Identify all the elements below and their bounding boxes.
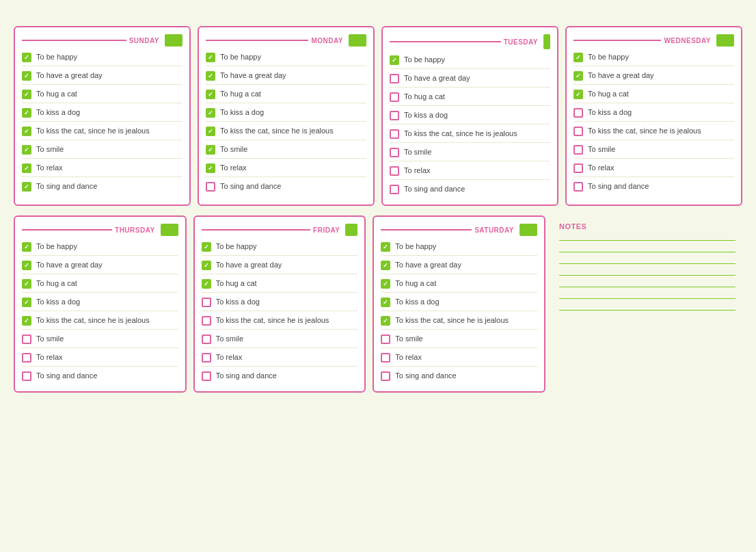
task-item[interactable]: To smile xyxy=(390,147,550,161)
task-item[interactable]: To hug a cat xyxy=(202,278,358,293)
task-item[interactable]: To kiss a dog xyxy=(381,297,537,311)
task-checkbox[interactable] xyxy=(206,145,215,155)
task-item[interactable]: To sing and dance xyxy=(206,181,366,195)
task-item[interactable]: To sing and dance xyxy=(573,181,734,195)
task-item[interactable]: To kiss a dog xyxy=(206,107,366,122)
task-checkbox[interactable] xyxy=(573,53,583,62)
task-checkbox[interactable] xyxy=(22,279,31,289)
task-checkbox[interactable] xyxy=(390,111,399,120)
task-checkbox[interactable] xyxy=(390,166,399,176)
task-item[interactable]: To be happy xyxy=(202,241,358,256)
task-item[interactable]: To have a great day xyxy=(22,70,183,85)
task-checkbox[interactable] xyxy=(381,298,390,307)
task-checkbox[interactable] xyxy=(573,127,583,136)
task-item[interactable]: To relax xyxy=(206,163,366,177)
task-checkbox[interactable] xyxy=(22,182,31,192)
task-item[interactable]: To have a great day xyxy=(206,70,366,85)
task-checkbox[interactable] xyxy=(202,334,211,344)
task-checkbox[interactable] xyxy=(202,353,211,363)
task-checkbox[interactable] xyxy=(206,163,215,173)
task-item[interactable]: To kiss the cat, since he is jealous xyxy=(202,315,358,330)
task-checkbox[interactable] xyxy=(573,90,583,99)
task-item[interactable]: To kiss a dog xyxy=(202,297,358,311)
task-checkbox[interactable] xyxy=(22,145,31,155)
task-checkbox[interactable] xyxy=(202,242,211,252)
task-item[interactable]: To smile xyxy=(22,144,183,159)
task-item[interactable]: To relax xyxy=(202,352,358,367)
task-item[interactable]: To smile xyxy=(381,334,537,348)
task-item[interactable]: To smile xyxy=(573,144,734,159)
task-checkbox[interactable] xyxy=(573,108,583,118)
task-checkbox[interactable] xyxy=(381,334,390,344)
task-item[interactable]: To hug a cat xyxy=(573,89,734,103)
task-checkbox[interactable] xyxy=(22,53,31,62)
task-checkbox[interactable] xyxy=(381,316,390,326)
task-checkbox[interactable] xyxy=(381,279,390,289)
task-item[interactable]: To sing and dance xyxy=(390,184,550,198)
task-item[interactable]: To kiss a dog xyxy=(22,297,178,311)
task-checkbox[interactable] xyxy=(22,334,31,344)
task-item[interactable]: To kiss the cat, since he is jealous xyxy=(206,126,366,140)
task-checkbox[interactable] xyxy=(390,74,399,83)
task-item[interactable]: To relax xyxy=(381,352,537,367)
task-checkbox[interactable] xyxy=(22,316,31,326)
task-item[interactable]: To relax xyxy=(573,163,734,177)
task-item[interactable]: To hug a cat xyxy=(390,92,550,106)
task-item[interactable]: To be happy xyxy=(381,241,537,256)
task-checkbox[interactable] xyxy=(22,71,31,81)
task-item[interactable]: To sing and dance xyxy=(22,371,178,384)
task-item[interactable]: To hug a cat xyxy=(22,89,183,103)
task-checkbox[interactable] xyxy=(206,53,215,62)
task-checkbox[interactable] xyxy=(22,353,31,363)
task-checkbox[interactable] xyxy=(202,371,211,381)
task-item[interactable]: To kiss a dog xyxy=(22,107,183,122)
task-item[interactable]: To be happy xyxy=(22,241,178,256)
task-checkbox[interactable] xyxy=(381,371,390,381)
task-checkbox[interactable] xyxy=(573,145,583,155)
task-checkbox[interactable] xyxy=(573,163,583,173)
task-item[interactable]: To hug a cat xyxy=(206,89,366,103)
task-item[interactable]: To hug a cat xyxy=(22,278,178,293)
task-checkbox[interactable] xyxy=(381,242,390,252)
task-item[interactable]: To kiss a dog xyxy=(573,107,734,122)
task-checkbox[interactable] xyxy=(390,55,399,65)
task-item[interactable]: To have a great day xyxy=(202,260,358,274)
task-checkbox[interactable] xyxy=(22,108,31,118)
task-checkbox[interactable] xyxy=(381,353,390,363)
task-item[interactable]: To sing and dance xyxy=(381,371,537,384)
task-item[interactable]: To relax xyxy=(22,163,183,177)
task-checkbox[interactable] xyxy=(390,148,399,157)
task-item[interactable]: To relax xyxy=(390,166,550,180)
task-checkbox[interactable] xyxy=(206,182,215,192)
task-item[interactable]: To kiss the cat, since he is jealous xyxy=(390,129,550,143)
task-item[interactable]: To have a great day xyxy=(22,260,178,274)
task-checkbox[interactable] xyxy=(22,261,31,270)
task-item[interactable]: To kiss the cat, since he is jealous xyxy=(573,126,734,140)
task-checkbox[interactable] xyxy=(206,108,215,118)
task-checkbox[interactable] xyxy=(22,242,31,252)
task-checkbox[interactable] xyxy=(390,92,399,102)
task-item[interactable]: To be happy xyxy=(22,52,183,66)
task-checkbox[interactable] xyxy=(22,90,31,99)
task-checkbox[interactable] xyxy=(22,163,31,173)
task-item[interactable]: To smile xyxy=(202,334,358,348)
task-item[interactable]: To have a great day xyxy=(390,73,550,88)
task-item[interactable]: To relax xyxy=(22,352,178,367)
task-checkbox[interactable] xyxy=(390,185,399,194)
task-checkbox[interactable] xyxy=(202,298,211,307)
task-checkbox[interactable] xyxy=(573,71,583,81)
task-item[interactable]: To be happy xyxy=(573,52,734,66)
task-checkbox[interactable] xyxy=(22,298,31,307)
task-item[interactable]: To be happy xyxy=(206,52,366,66)
task-checkbox[interactable] xyxy=(22,127,31,136)
task-item[interactable]: To kiss the cat, since he is jealous xyxy=(381,315,537,330)
task-item[interactable]: To hug a cat xyxy=(381,278,537,293)
task-checkbox[interactable] xyxy=(573,182,583,192)
task-checkbox[interactable] xyxy=(390,129,399,139)
task-checkbox[interactable] xyxy=(202,261,211,270)
task-checkbox[interactable] xyxy=(381,261,390,270)
task-item[interactable]: To have a great day xyxy=(381,260,537,274)
task-checkbox[interactable] xyxy=(206,127,215,136)
task-item[interactable]: To kiss the cat, since he is jealous xyxy=(22,126,183,140)
task-checkbox[interactable] xyxy=(206,71,215,81)
